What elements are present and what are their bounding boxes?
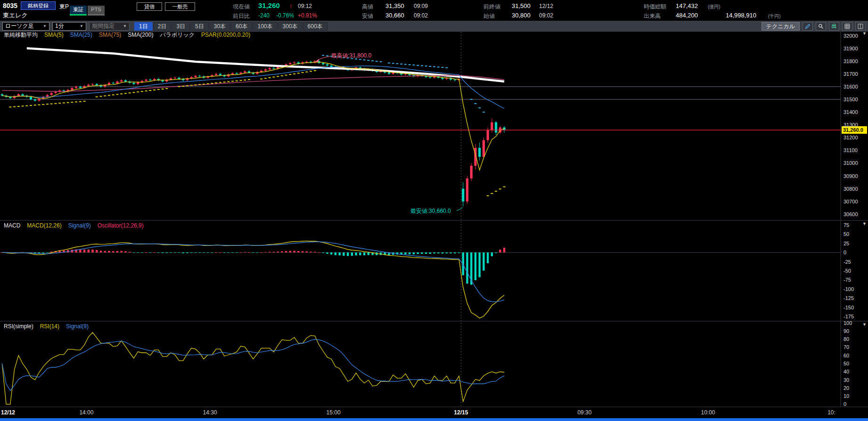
magnifier-icon[interactable] [816, 22, 826, 31]
svg-text:14:30: 14:30 [203, 409, 217, 416]
svg-text:30: 30 [843, 377, 849, 383]
svg-text:30900: 30900 [843, 173, 858, 179]
legend-item: SMA(75) [99, 32, 121, 38]
market-segment: 東P [59, 3, 69, 11]
svg-text:-125: -125 [843, 295, 854, 301]
period-button-60本[interactable]: 60本 [231, 22, 252, 31]
volume-value: 484,200 [676, 12, 698, 19]
svg-text:80: 80 [843, 336, 849, 342]
main-chart-legend: 単純移動平均SMA(5)SMA(25)SMA(75)SMA(200)パラボリック… [4, 31, 257, 39]
high-label: 高値 [362, 3, 373, 11]
turnover-unit: (千円) [768, 13, 781, 20]
header-bar: 8035 銘柄登録 東P 東エレク 東証 PTS 貸借 一般売 現在値 31,2… [0, 0, 868, 21]
legend-item: MACD(12,26) [27, 222, 61, 229]
period-button-300本[interactable]: 300本 [278, 22, 303, 31]
register-stock-button[interactable]: 銘柄登録 [21, 1, 56, 10]
legend-item: SMA(25) [70, 32, 92, 38]
layout-icon[interactable] [855, 22, 866, 31]
svg-text:-150: -150 [843, 305, 854, 310]
svg-text:31700: 31700 [843, 71, 858, 77]
export-icon[interactable]: 出 [829, 22, 839, 31]
svg-text:-25: -25 [843, 259, 851, 265]
period-button-30本[interactable]: 30本 [209, 22, 230, 31]
svg-text:15:00: 15:00 [327, 409, 341, 416]
svg-text:70: 70 [843, 344, 849, 350]
panel-collapse-icon[interactable]: ▼ [862, 221, 867, 226]
period-button-3日[interactable]: 3日 [172, 22, 190, 31]
open-value: 30,800 [512, 12, 531, 19]
svg-text:32000: 32000 [843, 33, 858, 39]
period-button-600本[interactable]: 600本 [303, 22, 328, 31]
prev-close-date: 12/12 [539, 3, 553, 9]
current-price-value: 31,260 [258, 1, 280, 9]
svg-text:75: 75 [843, 222, 849, 228]
svg-text:31900: 31900 [843, 46, 858, 51]
legend-item: SMA(5) [44, 32, 64, 38]
svg-text:30600: 30600 [843, 211, 858, 217]
legend-item: パラボリック [160, 32, 195, 38]
chart-canvas[interactable]: 31,260.032000319003180031700316003150031… [0, 0, 868, 421]
svg-text:31400: 31400 [843, 109, 858, 115]
market-cap-label: 時価総額 [644, 3, 666, 11]
svg-text:31500: 31500 [843, 97, 858, 102]
legend-item: Oscillator(12,26,9) [98, 222, 144, 229]
chevron-down-icon: ▼ [43, 24, 47, 28]
technical-button[interactable]: テクニカル [762, 22, 800, 31]
panel-collapse-icon[interactable]: ▼ [862, 322, 867, 327]
period-button-5日[interactable]: 5日 [190, 22, 209, 31]
period-button-100本[interactable]: 100本 [253, 22, 277, 31]
svg-text:31600: 31600 [843, 84, 858, 89]
legend-item: Signal(9) [66, 323, 89, 330]
chart-type-value: ローソク足 [5, 22, 34, 30]
chart-toolbar: ローソク足 ▼ 1分 ▼ 期間指定 ▼ 1日2日3日5日30本60本100本30… [0, 21, 868, 32]
trading-app-window: 31,260.032000319003180031700316003150031… [0, 0, 868, 421]
taishaku-button[interactable]: 貸借 [137, 2, 162, 11]
svg-text:09:30: 09:30 [577, 409, 591, 416]
low-label: 安値 [362, 12, 373, 20]
svg-text:10: 10 [843, 393, 849, 399]
stock-code: 8035 [3, 2, 17, 9]
low-time: 09:02 [414, 12, 428, 19]
pencil-icon[interactable] [802, 22, 813, 31]
svg-text:0: 0 [843, 401, 846, 407]
svg-text:最安値:30,660.0: 最安値:30,660.0 [410, 208, 451, 214]
svg-text:100: 100 [843, 320, 852, 326]
volume-label: 出来高 [644, 12, 661, 20]
rsi-legend: RSI(simple)RSI(14)Signal(9) [4, 323, 95, 330]
window-bottom-strip [0, 418, 868, 421]
svg-text:50: 50 [843, 361, 849, 366]
svg-text:30800: 30800 [843, 186, 858, 192]
tab-tosho[interactable]: 東証 [70, 6, 87, 16]
period-button-1日[interactable]: 1日 [134, 22, 153, 31]
svg-text:14:00: 14:00 [79, 409, 93, 416]
svg-text:50: 50 [843, 231, 849, 237]
interval-select[interactable]: 1分 ▼ [52, 22, 86, 31]
svg-text:31300: 31300 [843, 122, 858, 128]
svg-text:-100: -100 [843, 286, 854, 292]
chart-type-select[interactable]: ローソク足 ▼ [2, 22, 49, 31]
stock-name: 東エレク [3, 11, 28, 20]
grid-icon[interactable] [842, 22, 852, 31]
svg-text:25: 25 [843, 241, 849, 246]
period-buttons: 1日2日3日5日30本60本100本300本600本 [134, 22, 328, 31]
ippan-uri-button[interactable]: 一般売 [165, 2, 195, 11]
chevron-down-icon: ▼ [80, 24, 83, 28]
market-cap-unit: (億円) [708, 4, 721, 10]
interval-value: 1分 [55, 22, 64, 30]
period-button-2日[interactable]: 2日 [153, 22, 172, 31]
high-value: 31,350 [385, 2, 404, 9]
svg-text:10:: 10: [827, 409, 835, 416]
open-label: 始値 [483, 12, 495, 20]
prev-close-value: 31,500 [512, 2, 531, 9]
current-price-time: 09:12 [298, 3, 312, 9]
turnover-value: 14,998,910 [726, 12, 756, 19]
tab-pts[interactable]: PTS [88, 6, 105, 16]
svg-text:90: 90 [843, 328, 849, 334]
svg-text:30700: 30700 [843, 199, 858, 204]
svg-text:12/12: 12/12 [1, 409, 15, 416]
change-label: 前日比 [233, 12, 250, 20]
svg-text:0: 0 [843, 250, 846, 255]
svg-text:31,260.0: 31,260.0 [843, 127, 863, 133]
period-range-value: 期間指定 [92, 22, 115, 30]
period-range-select[interactable]: 期間指定 ▼ [89, 22, 130, 31]
